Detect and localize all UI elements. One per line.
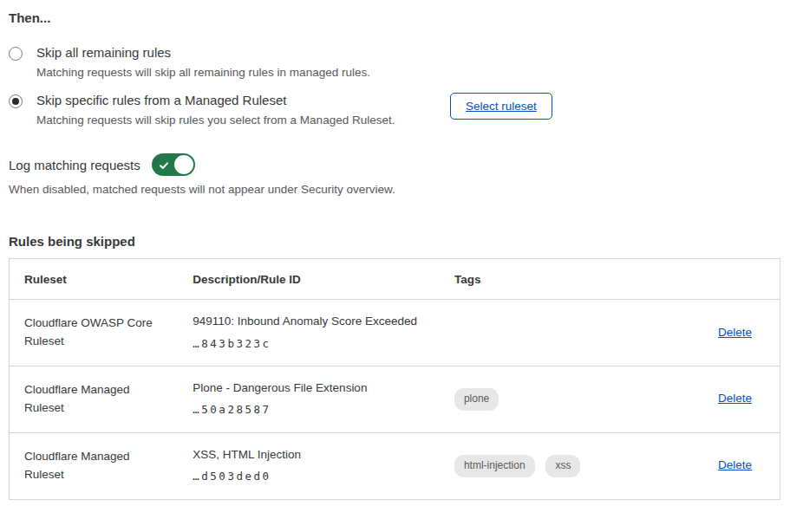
option-skip-specific-rules: Skip specific rules from a Managed Rules… (9, 93, 781, 127)
tag-pill: html-injection (454, 455, 535, 477)
radio-skip-specific-rules[interactable] (9, 94, 23, 108)
tag-pill: plone (454, 388, 499, 411)
column-header-description: Description/Rule ID (193, 259, 454, 300)
actions-cell: Delete (654, 366, 780, 432)
ruleset-name: Cloudflare Managed Ruleset (10, 366, 193, 432)
actions-cell: Delete (654, 300, 780, 367)
rule-description: XSS, HTML Injection (193, 447, 437, 463)
rule-description-cell: XSS, HTML Injection …d503ded0 (193, 432, 454, 499)
log-matching-toggle[interactable] (152, 153, 195, 176)
tags-cell (454, 300, 654, 367)
table-row: Cloudflare Managed Ruleset Plone - Dange… (10, 366, 780, 432)
delete-link[interactable]: Delete (718, 458, 752, 471)
log-matching-row: Log matching requests (9, 153, 781, 176)
select-ruleset-button[interactable]: Select ruleset (450, 93, 552, 120)
radio-skip-all-rules[interactable] (9, 47, 23, 61)
delete-link[interactable]: Delete (718, 392, 752, 405)
table-row: Cloudflare Managed Ruleset XSS, HTML Inj… (10, 432, 780, 499)
rule-description: 949110: Inbound Anomaly Score Exceeded (193, 314, 437, 329)
table-header-row: Ruleset Description/Rule ID Tags (10, 259, 780, 300)
delete-link[interactable]: Delete (718, 326, 752, 339)
rule-id: …50a28587 (193, 401, 437, 418)
log-matching-description: When disabled, matched requests will not… (9, 183, 781, 196)
rule-description: Plone - Dangerous File Extension (193, 380, 437, 396)
log-matching-label: Log matching requests (9, 158, 140, 172)
option-skip-specific-label[interactable]: Skip specific rules from a Managed Rules… (36, 93, 395, 107)
column-header-actions (654, 259, 780, 300)
rule-description-cell: 949110: Inbound Anomaly Score Exceeded …… (193, 300, 454, 367)
radio-dot (12, 98, 19, 105)
actions-cell: Delete (654, 432, 780, 499)
tag-pill: xss (545, 455, 580, 477)
tags-cell: plone (454, 366, 654, 432)
check-icon (159, 159, 169, 174)
then-section-title: Then... (9, 10, 781, 25)
rule-id: …843b323c (193, 335, 437, 352)
toggle-knob (174, 155, 193, 174)
rule-id: …d503ded0 (193, 468, 437, 484)
option-skip-all-rules: Skip all remaining rules Matching reques… (9, 45, 781, 79)
option-body: Skip all remaining rules Matching reques… (36, 45, 370, 79)
column-header-ruleset: Ruleset (10, 259, 193, 300)
ruleset-name: Cloudflare OWASP Core Ruleset (10, 300, 193, 367)
rules-table-title: Rules being skipped (9, 234, 781, 249)
column-header-tags: Tags (454, 259, 654, 300)
table-row: Cloudflare OWASP Core Ruleset 949110: In… (10, 300, 780, 367)
option-skip-all-description: Matching requests will skip all remainin… (36, 66, 370, 79)
waf-rule-action-panel: Then... Skip all remaining rules Matchin… (0, 0, 790, 500)
radio-dot (12, 50, 19, 57)
ruleset-name: Cloudflare Managed Ruleset (10, 432, 193, 499)
rules-being-skipped-table: Ruleset Description/Rule ID Tags Cloudfl… (9, 258, 780, 500)
option-skip-specific-description: Matching requests will skip rules you se… (36, 114, 395, 127)
option-skip-all-label[interactable]: Skip all remaining rules (36, 45, 370, 60)
tags-cell: html-injection xss (454, 432, 654, 499)
option-body: Skip specific rules from a Managed Rules… (36, 93, 395, 127)
rule-description-cell: Plone - Dangerous File Extension …50a285… (193, 366, 454, 432)
